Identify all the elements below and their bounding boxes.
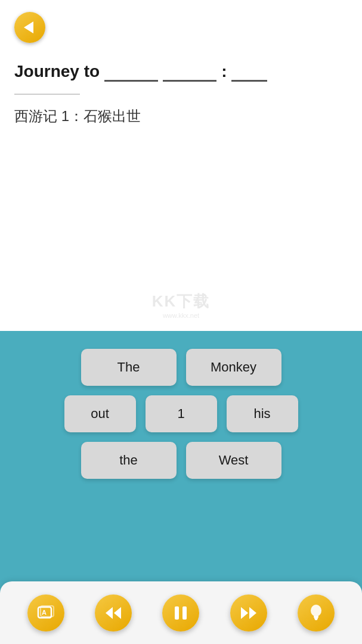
word-button-1[interactable]: 1 [146,395,217,432]
word-button-monkey[interactable]: Monkey [186,349,281,386]
watermark-logo: KK下载 [152,291,211,312]
back-button[interactable] [14,12,45,43]
title-colon: : [221,62,227,81]
word-row-2: out 1 his [14,395,348,432]
forward-button[interactable] [230,595,267,631]
word-button-west[interactable]: West [186,442,281,479]
rewind-button[interactable] [95,595,132,631]
title-prefix: Journey to [14,62,100,81]
svg-marker-4 [114,607,121,619]
pause-button[interactable] [162,595,199,631]
lightbulb-icon [308,603,324,623]
hint-button[interactable] [298,595,335,631]
svg-rect-5 [175,606,179,620]
watermark: KK下载 www.kkx.net [152,291,211,319]
flashcard-button[interactable]: A [27,595,64,631]
svg-marker-8 [249,607,256,619]
svg-text:A: A [42,609,47,616]
word-row-3: the West [14,442,348,479]
back-arrow-icon [24,21,33,33]
word-grid: The Monkey out 1 his the West [14,349,348,479]
pause-icon [174,605,188,621]
title-blank-1 [104,61,158,82]
svg-rect-6 [182,606,187,620]
word-row-1: The Monkey [14,349,348,386]
svg-marker-3 [106,607,113,619]
subtitle: 西游记 1：石猴出世 [14,107,348,126]
watermark-url: www.kkx.net [152,312,211,319]
title-blank-2 [163,61,216,82]
forward-icon [240,606,258,620]
word-button-the2[interactable]: the [81,442,177,479]
top-section: Journey to : 西游记 1：石猴出世 KK下载 www.kkx.net [0,0,362,331]
title-line: Journey to : [14,61,348,82]
playback-toolbar: A [0,581,362,644]
word-button-his[interactable]: his [227,395,298,432]
flashcard-icon: A [37,605,55,621]
svg-point-9 [311,605,321,617]
svg-marker-7 [241,607,248,619]
svg-rect-10 [314,616,318,618]
word-button-out[interactable]: out [64,395,136,432]
title-divider [14,94,80,95]
title-area: Journey to : [14,61,348,82]
word-button-the[interactable]: The [81,349,177,386]
rewind-icon [104,606,122,620]
title-blank-3 [231,61,267,82]
svg-rect-12 [315,619,317,620]
